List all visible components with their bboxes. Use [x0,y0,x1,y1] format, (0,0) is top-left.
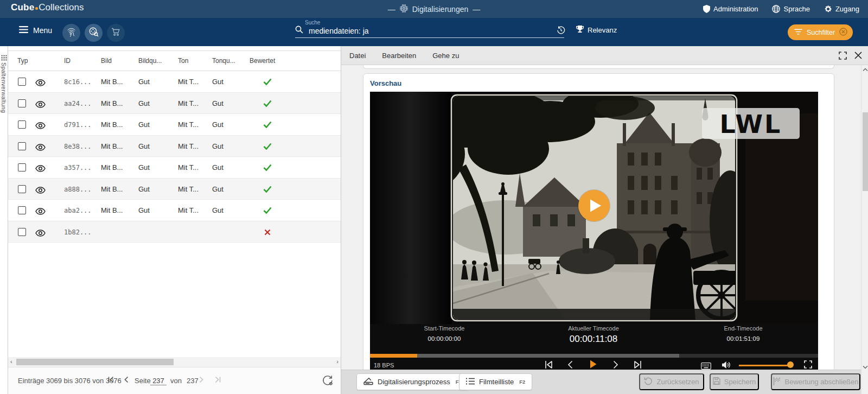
timecode-current: Aktueller Timecode00:00:11:08 [534,325,653,345]
eye-icon[interactable] [35,100,46,110]
prev-page-icon[interactable] [124,376,129,385]
search-input[interactable]: mediendateien: ja [295,26,564,36]
eye-icon[interactable] [35,122,46,131]
column-header-bild[interactable]: Bild [101,57,112,65]
next-page-icon[interactable] [199,376,204,385]
eye-icon[interactable] [35,186,46,196]
seek-bar[interactable] [370,354,818,358]
cell-id: 1b82... [64,228,92,236]
table-row[interactable]: a888...Mit B...GutMit T...Gut [8,179,341,200]
search-history-icon[interactable] [557,26,565,37]
play-button[interactable] [578,190,610,221]
header-nav-zugang[interactable]: Zugang [824,5,859,13]
row-checkbox[interactable] [18,142,26,150]
row-checkbox[interactable] [18,78,26,86]
skip-end-icon[interactable] [634,360,642,370]
volume-slider-handle[interactable] [787,361,794,368]
menu-button[interactable]: Menu [19,26,52,35]
table-row[interactable]: 1b82... [8,221,341,243]
row-checkbox[interactable] [18,228,26,236]
timecode-value: 00:00:00:00 [385,335,504,342]
scroll-left-icon[interactable]: ‹ [10,358,12,365]
tab-gehe-zu[interactable]: Gehe zu [432,52,459,60]
filter-icon [794,29,802,36]
table-row[interactable]: 8c16...Mit B...GutMit T...Gut [8,71,341,93]
relevance-label: Relevanz [588,26,617,34]
column-header-bewertet[interactable]: Bewertet [250,57,275,65]
sort-relevance[interactable]: Relevanz [576,26,617,35]
action-button-undo[interactable]: Zurücksetzen [639,373,704,390]
eye-icon[interactable] [35,79,46,88]
horizontal-scrollbar[interactable]: ‹ › [8,357,341,367]
step-forward-icon[interactable] [613,360,618,370]
table-row[interactable]: aa24...Mit B...GutMit T...Gut [8,93,341,115]
column-header-tonqu[interactable]: Tonqu... [212,57,235,65]
column-manager-strip[interactable]: Spaltenverwaltung [0,46,8,394]
player-fullscreen-icon[interactable] [804,360,812,370]
fingerprint-button[interactable] [62,24,80,42]
preview-card: Vorschau [363,73,834,370]
pagination-bar: Einträge 3069 bis 3076 von 3076 Seite 23… [8,367,341,394]
cell-tonqu: Gut [212,142,224,150]
horizontal-scroll-thumb[interactable] [16,359,174,365]
fullscreen-icon[interactable] [839,52,847,62]
row-checkbox[interactable] [18,206,26,214]
vertical-scroll-thumb[interactable] [863,112,868,191]
scroll-right-icon[interactable]: › [336,358,339,365]
svg-text:LWL: LWL [720,110,782,139]
table-header-row: TypIDBildBildqu...TonTonqu...Bewertet [8,50,341,71]
header-nav-sprache[interactable]: Sprache [772,5,809,13]
cell-bild: Mit B... [101,99,123,107]
eye-icon[interactable] [35,164,46,174]
film-search-button[interactable] [85,24,103,42]
action-button-flag[interactable]: Bewertung abschließen [771,373,860,390]
eye-icon[interactable] [35,229,46,239]
header-nav: AdministrationSpracheZugang [703,0,859,18]
column-header-typ[interactable]: Typ [17,57,28,65]
last-page-icon[interactable] [214,376,221,385]
table-row[interactable]: 8e38...Mit B...GutMit T...Gut [8,136,341,157]
table-row[interactable]: a357...Mit B...GutMit T...Gut [8,157,341,179]
vertical-scrollbar[interactable] [861,65,868,394]
scroll-up-icon[interactable] [863,67,868,73]
skip-start-icon[interactable] [545,360,553,370]
process-button-f2[interactable]: FilmteillisteF2 [459,373,532,390]
process-button-f1[interactable]: DigitalisierungsprozessF1 [356,373,469,390]
cell-ton: Mit T... [178,185,199,193]
filter-clear-icon[interactable] [839,28,847,37]
table-row[interactable]: d791...Mit B...GutMit T...Gut [8,114,341,136]
header-nav-administration[interactable]: Administration [703,5,758,13]
row-checkbox[interactable] [18,163,26,171]
table-row[interactable]: aba2...Mit B...GutMit T...Gut [8,200,341,221]
eye-icon[interactable] [35,143,46,153]
cell-bildqu: Gut [138,206,150,214]
preview-title: Vorschau [370,79,401,87]
page-number-input[interactable]: 237 [150,377,167,385]
rated-check-icon [258,142,277,152]
cell-id: d791... [64,121,92,129]
step-back-icon[interactable] [567,360,573,370]
cart-button[interactable] [107,24,125,42]
column-header-bildqu[interactable]: Bildqu... [138,57,162,65]
play-icon[interactable] [589,359,597,370]
volume-slider[interactable] [739,365,790,366]
search-filter-button[interactable]: Suchfilter [788,24,853,40]
cell-id: aa24... [64,100,92,107]
scroll-down-icon[interactable] [863,365,868,370]
column-header-id[interactable]: ID [64,57,71,65]
column-header-ton[interactable]: Ton [178,57,188,65]
volume-icon[interactable] [722,361,731,370]
first-page-icon[interactable] [107,376,114,385]
tab-datei[interactable]: Datei [349,52,366,60]
keyboard-shortcuts-icon[interactable] [701,362,711,370]
page-total: 237 [187,377,199,385]
header-bar: Cube Collections — Digitalisierungen — A… [0,0,868,18]
tab-bearbeiten[interactable]: Bearbeiten [382,52,416,60]
eye-icon[interactable] [35,207,46,217]
row-checkbox[interactable] [18,185,26,193]
row-checkbox[interactable] [18,120,26,129]
row-checkbox[interactable] [18,99,26,107]
action-button-save[interactable]: Speichern [710,373,759,390]
reload-settings-icon[interactable] [322,374,334,388]
close-icon[interactable] [854,52,862,61]
